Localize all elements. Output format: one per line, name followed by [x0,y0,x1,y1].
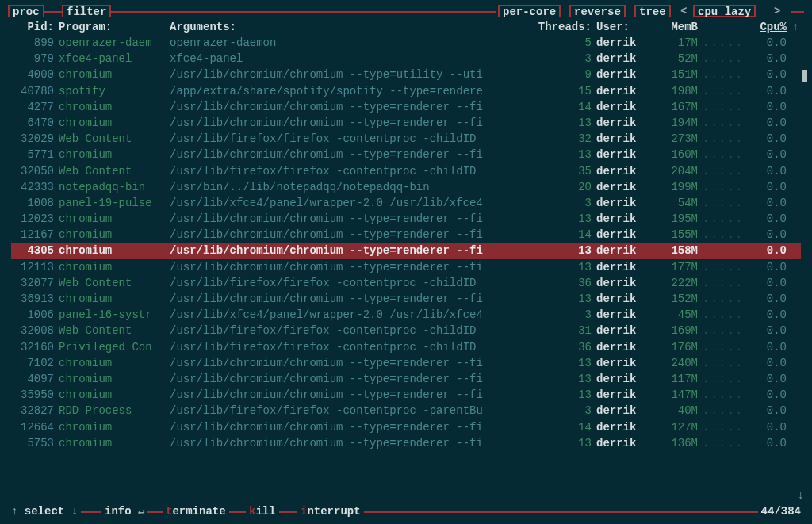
cell-pid: 12664 [11,419,59,435]
caret-left-icon[interactable]: < [680,5,687,17]
table-row[interactable]: 899openrazer-daemopenrazer-daemon5derrik… [11,35,801,51]
table-row[interactable]: 4277chromium/usr/lib/chromium/chromium -… [11,99,801,115]
cell-mem: 127M [652,419,703,435]
table-row[interactable]: 1006panel-16-systr/usr/lib/xfce4/panel/w… [11,307,801,323]
tab-tree[interactable]: tree [634,5,671,17]
cell-cpu: 0.0 [750,307,790,323]
cell-program: Privileged Con [59,339,170,355]
cell-spark: ..... [703,67,750,82]
table-row[interactable]: 6470chromium/usr/lib/chromium/chromium -… [11,115,801,131]
cell-cpu: 0.0 [750,83,790,99]
cell-threads: 13 [533,259,596,275]
cell-pid: 12113 [11,259,59,275]
cell-pid: 12167 [11,227,59,243]
cell-spark: ..... [703,323,750,338]
tab-proc[interactable]: proc [8,5,44,17]
hint-info: info ↵ [102,505,147,518]
col-program[interactable]: Program: [59,21,170,33]
hint-kill[interactable]: kill [246,505,279,518]
cell-mem: 199M [652,179,703,195]
table-row[interactable]: 32029Web Content/usr/lib/firefox/firefox… [11,131,801,147]
table-row[interactable]: 40780spotify/app/extra/share/spotify/spo… [11,83,801,99]
cell-threads: 13 [533,147,596,163]
cell-cpu: 0.0 [750,147,790,163]
table-row[interactable]: 12023chromium/usr/lib/chromium/chromium … [11,211,801,227]
cell-spark: ..... [703,307,750,323]
table-row[interactable]: 5771chromium/usr/lib/chromium/chromium -… [11,147,801,163]
table-row[interactable]: 32827RDD Process/usr/lib/firefox/firefox… [11,403,801,419]
cell-user: derrik [596,195,652,211]
table-row[interactable]: 5753chromium/usr/lib/chromium/chromium -… [11,435,801,451]
table-row[interactable]: 4000chromium/usr/lib/chromium/chromium -… [11,67,801,82]
col-mem[interactable]: MemB [652,21,703,33]
scrollbar-thumb[interactable] [802,70,807,82]
table-row[interactable]: 12113chromium/usr/lib/chromium/chromium … [11,259,801,275]
tab-reverse[interactable]: reverse [569,5,626,17]
cell-threads: 14 [533,227,596,243]
table-row[interactable]: 1008panel-19-pulse/usr/lib/xfce4/panel/w… [11,195,801,211]
cell-cpu: 0.0 [750,355,790,371]
cell-threads: 36 [533,275,596,291]
cell-user: derrik [596,35,652,51]
cell-pid: 32827 [11,403,59,419]
cell-arguments: openrazer-daemon [170,35,533,51]
cell-threads: 13 [533,355,596,371]
col-pid[interactable]: Pid: [11,21,59,33]
hint-interrupt[interactable]: interrupt [297,505,364,518]
cell-threads: 13 [533,371,596,387]
sort-cpu[interactable]: cpu lazy [693,5,756,17]
cell-pid: 1006 [11,307,59,323]
process-table[interactable]: 899openrazer-daemopenrazer-daemon5derrik… [8,35,804,451]
col-user[interactable]: User: [596,21,652,33]
table-row[interactable]: 979xfce4-panelxfce4-panel3derrik52M.....… [11,51,801,67]
cell-pid: 32029 [11,131,59,147]
top-bar: proc filter per-core reverse tree < cpu … [8,5,804,19]
cell-spark: ..... [703,243,750,258]
cell-arguments: /usr/lib/chromium/chromium --type=render… [170,291,533,307]
cell-pid: 4097 [11,371,59,387]
cell-spark: ..... [703,147,750,163]
cell-program: chromium [59,291,170,307]
table-row[interactable]: 32077Web Content/usr/lib/firefox/firefox… [11,275,801,291]
cell-threads: 13 [533,387,596,403]
tab-per-core[interactable]: per-core [498,5,561,17]
table-row[interactable]: 4305chromium/usr/lib/chromium/chromium -… [11,243,801,258]
cell-threads: 35 [533,163,596,179]
table-row[interactable]: 4097chromium/usr/lib/chromium/chromium -… [11,371,801,387]
cell-cpu: 0.0 [750,323,790,338]
table-row[interactable]: 35950chromium/usr/lib/chromium/chromium … [11,387,801,403]
down-arrow-icon: ↓ [71,505,78,518]
hint-terminate[interactable]: terminate [163,505,229,518]
cell-threads: 15 [533,83,596,99]
cell-mem: 204M [652,163,703,179]
scroll-down-icon[interactable]: ↓ [798,489,804,502]
cell-program: chromium [59,243,170,258]
cell-cpu: 0.0 [750,131,790,147]
cell-pid: 4277 [11,99,59,115]
table-row[interactable]: 36913chromium/usr/lib/chromium/chromium … [11,291,801,307]
cell-mem: 40M [652,403,703,419]
table-row[interactable]: 12167chromium/usr/lib/chromium/chromium … [11,227,801,243]
tab-filter[interactable]: filter [62,5,111,17]
col-cpu[interactable]: Cpu% [750,21,790,33]
cell-spark: ..... [703,163,750,179]
col-arguments[interactable]: Arguments: [170,21,533,33]
cell-mem: 176M [652,339,703,355]
table-row[interactable]: 12664chromium/usr/lib/chromium/chromium … [11,419,801,435]
cell-pid: 899 [11,35,59,51]
table-row[interactable]: 32160Privileged Con/usr/lib/firefox/fire… [11,339,801,355]
cell-threads: 3 [533,51,596,67]
cell-cpu: 0.0 [750,163,790,179]
cell-program: chromium [59,435,170,451]
table-row[interactable]: 7102chromium/usr/lib/chromium/chromium -… [11,355,801,371]
col-threads[interactable]: Threads: [533,21,596,33]
cell-arguments: /usr/lib/chromium/chromium --type=render… [170,147,533,163]
table-row[interactable]: 42333notepadqq-bin/usr/bin/../lib/notepa… [11,179,801,195]
cell-spark: ..... [703,291,750,307]
table-row[interactable]: 32050Web Content/usr/lib/firefox/firefox… [11,163,801,179]
table-row[interactable]: 32008Web Content/usr/lib/firefox/firefox… [11,323,801,338]
caret-right-icon[interactable]: > [774,5,780,17]
cell-program: chromium [59,99,170,115]
cell-cpu: 0.0 [750,339,790,355]
cell-mem: 177M [652,259,703,275]
